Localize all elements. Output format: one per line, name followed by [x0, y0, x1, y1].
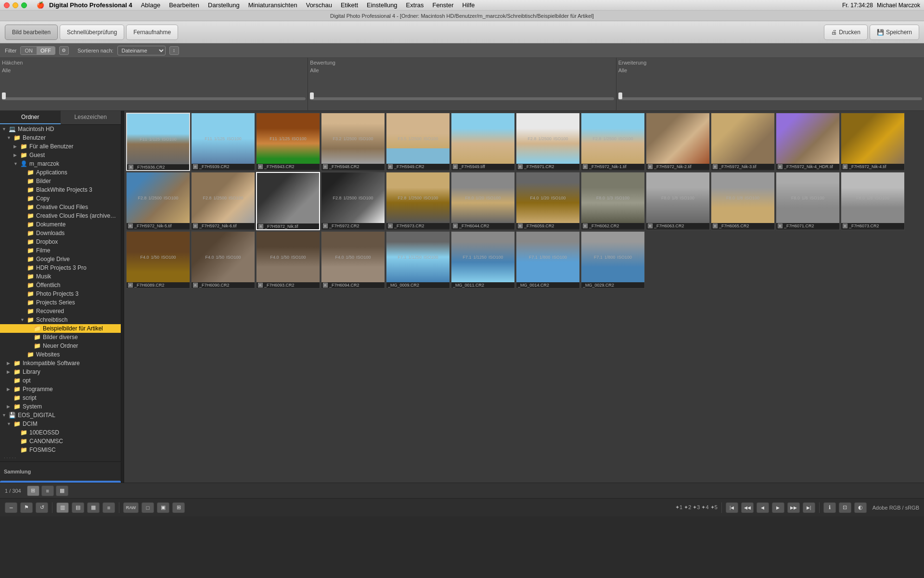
bild-bearbeiten-button[interactable]: Bild bearbeiten: [5, 25, 58, 40]
close-button[interactable]: [4, 2, 10, 8]
photo-thumbnail[interactable]: F7.11/1250ISO100_MG_0011.CR2: [451, 231, 515, 289]
view-btn-1[interactable]: □: [141, 502, 154, 513]
sidebar-item-photo-projects3[interactable]: 📁 Photo Projects 3: [0, 289, 121, 298]
sidebar-item-m-marczok[interactable]: ▼ 👤 m_marczok: [0, 159, 121, 168]
fernaufnahme-button[interactable]: Fernaufnahme: [126, 25, 178, 40]
photo-thumbnail[interactable]: F4.01/50ISO100R_F7H6094.CR2: [321, 231, 385, 289]
photo-thumbnail[interactable]: F8.01/8ISO100R_F7H6065.CR2: [711, 172, 775, 230]
sidebar-item-websites[interactable]: 📁 Websites: [0, 350, 121, 359]
grid-large-button[interactable]: ▦: [87, 502, 100, 513]
apple-menu[interactable]: 🍎: [33, 0, 48, 10]
photo-thumbnail[interactable]: F8.01/20ISO100R_F7H6044.CR2: [451, 172, 515, 230]
color-button[interactable]: ◐: [854, 502, 867, 513]
photo-thumbnail[interactable]: F2.81/2500ISO100R_F7H5971.CR2: [516, 113, 580, 171]
grid-small-button[interactable]: ▥: [56, 502, 69, 513]
nav-next-button[interactable]: ▶: [772, 502, 784, 513]
photo-thumbnail[interactable]: F111/125ISO100R_F7H5943.CR2: [256, 113, 320, 171]
menu-einstellung[interactable]: Einstellung: [363, 0, 401, 10]
sidebar-item-projects-series[interactable]: 📁 Projects Series: [0, 298, 121, 307]
photo-thumbnail[interactable]: F4.01/20ISO100R_F7H6059.CR2: [516, 172, 580, 230]
list-view-button[interactable]: ≡: [41, 486, 54, 496]
flag-button[interactable]: ⚑: [20, 502, 33, 513]
photo-thumbnail[interactable]: R_F7H5949.tiff: [451, 113, 515, 171]
sidebar-item-bilder[interactable]: 📁 Bilder: [0, 177, 121, 185]
sidebar-item-100eossd[interactable]: 📁 100EOSSD: [0, 428, 121, 437]
bewertung-slider[interactable]: [310, 97, 614, 100]
sidebar-item-library[interactable]: ▶ 📁 Library: [0, 368, 121, 376]
sidebar-item-creative-cloud[interactable]: 📁 Creative Cloud Files: [0, 203, 121, 211]
info-button[interactable]: ℹ: [823, 502, 836, 513]
erweiterung-slider[interactable]: [618, 97, 922, 100]
nav-last-button[interactable]: ▶|: [803, 502, 815, 513]
schnellueberpruefung-button[interactable]: Schnellüberprüfung: [60, 25, 124, 40]
sidebar-item-dokumente[interactable]: 📁 Dokumente: [0, 220, 121, 229]
sidebar-item-dcim[interactable]: ▼ 📁 DCIM: [0, 420, 121, 428]
menu-etikett[interactable]: Etikett: [337, 0, 362, 10]
sidebar-item-beispielbilder[interactable]: 📁 Beispielbilder für Artikel: [0, 324, 121, 333]
photo-thumbnail[interactable]: F4.01/50ISO100R_F7H6089.CR2: [126, 231, 190, 289]
zoom-out-button[interactable]: −: [5, 502, 17, 513]
photo-thumbnail[interactable]: F8.01/8ISO100R_F7H6063.CR2: [646, 172, 710, 230]
menu-ablage[interactable]: Ablage: [137, 0, 164, 10]
photo-thumbnail[interactable]: F2.81/2500ISO100R_F7H5972_Nik-1.tif: [581, 113, 645, 171]
photo-thumbnail[interactable]: F2.81/2500ISO100R_F7H5972.CR2: [321, 172, 385, 230]
photo-thumbnail[interactable]: F4.01/50ISO100R_F7H6093.CR2: [256, 231, 320, 289]
filmstrip-view-button[interactable]: ▦: [56, 486, 68, 496]
photo-thumbnail[interactable]: F111/125ISO100R_F7H5939.CR2: [191, 113, 255, 171]
sidebar-item-alle-benutzer[interactable]: ▶ 📁 Für alle Benutzer: [0, 142, 121, 151]
sidebar-item-applications[interactable]: 📁 Applications: [0, 168, 121, 177]
sidebar-item-google-drive[interactable]: 📁 Google Drive: [0, 255, 121, 263]
photo-thumbnail[interactable]: F3.21/2500ISO100R_F7H5948.CR2: [321, 113, 385, 171]
photo-thumbnail[interactable]: R_F7H5972_Nik-2.tif: [646, 113, 710, 171]
sidebar-item-oeffentlich[interactable]: 📁 Öffentlich: [0, 281, 121, 289]
maximize-button[interactable]: [21, 2, 27, 8]
sidebar-item-musik[interactable]: 📁 Musik: [0, 272, 121, 281]
sidebar-item-downloads[interactable]: 📁 Downloads: [0, 229, 121, 237]
sort-select[interactable]: Dateiname Datum Bewertung: [117, 46, 166, 55]
menu-vorschau[interactable]: Vorschau: [302, 0, 336, 10]
photo-thumbnail[interactable]: F4.01/50ISO100R_F7H6090.CR2: [191, 231, 255, 289]
grid-view-button[interactable]: ⊞: [27, 486, 39, 496]
filter-settings-icon[interactable]: ⚙: [59, 46, 69, 55]
photo-thumbnail[interactable]: F7.11/800ISO100_MG_0014.CR2: [516, 231, 580, 289]
sidebar-item-dropbox[interactable]: 📁 Dropbox: [0, 237, 121, 246]
drucken-button[interactable]: 🖨 Drucken: [824, 25, 868, 40]
sidebar-item-guest[interactable]: ▶ 📁 Guest: [0, 151, 121, 159]
photo-thumbnail[interactable]: R_F7H5972_Nik-4.tif: [841, 113, 905, 171]
sidebar-item-script[interactable]: 📁 script: [0, 394, 121, 402]
photo-thumbnail[interactable]: F2.81/2500ISO100R_F7H5972_Nik-5.tif: [126, 172, 190, 230]
sidebar-item-neuer-ordner[interactable]: 📁 Neuer Ordner: [0, 342, 121, 350]
sidebar-item-macintosh-hd[interactable]: ▼ 💻 Macintosh HD: [0, 125, 121, 133]
nav-prev-fast-button[interactable]: ◀◀: [741, 502, 754, 513]
sidebar-item-programme[interactable]: ▶ 📁 Programme: [0, 385, 121, 394]
sidebar-item-canonmsc[interactable]: 📁 CANONMSC: [0, 437, 121, 446]
photo-thumbnail[interactable]: F3.51/2500ISO100R_F7H5949.CR2: [386, 113, 450, 171]
sidebar-item-filme[interactable]: 📁 Filme: [0, 246, 121, 255]
sidebar-item-creative-cloud-arch[interactable]: 📁 Creative Cloud Files (archived) 1: [0, 211, 121, 220]
list-view-btn[interactable]: ≡: [103, 502, 115, 513]
sidebar-item-copy[interactable]: 📁 Copy: [0, 194, 121, 203]
compare-button[interactable]: ⊡: [839, 502, 851, 513]
sidebar-item-inkompatible[interactable]: ▶ 📁 Inkompatible Software: [0, 359, 121, 368]
view-btn-3[interactable]: ⊞: [172, 502, 185, 513]
speichern-button[interactable]: 💾 Speichern: [870, 25, 919, 40]
nav-first-button[interactable]: |◀: [726, 502, 738, 513]
sidebar-item-opt[interactable]: 📁 opt: [0, 376, 121, 385]
menu-darstellung[interactable]: Darstellung: [204, 0, 244, 10]
sidebar-item-blackwhite[interactable]: 📁 BlackWhite Projects 3: [0, 185, 121, 194]
rotate-button[interactable]: ↺: [36, 502, 48, 513]
photo-thumbnail[interactable]: F111/125ISO100R_F7H5936.CR2: [126, 113, 190, 171]
sidebar-item-eos-digital[interactable]: ▼ 💾 EOS_DIGITAL: [0, 411, 121, 420]
nav-next-fast-button[interactable]: ▶▶: [787, 502, 800, 513]
sidebar-item-recovered[interactable]: 📁 Recovered: [0, 307, 121, 315]
sidebar-item-benutzer[interactable]: ▼ 📁 Benutzer: [0, 133, 121, 142]
photo-thumbnail[interactable]: F7.11/1250ISO100_MG_0009.CR2: [386, 231, 450, 289]
tab-ordner[interactable]: Ordner: [0, 111, 61, 124]
grid-medium-button[interactable]: ▤: [72, 502, 84, 513]
nav-prev-button[interactable]: ◀: [757, 502, 769, 513]
photo-thumbnail[interactable]: F8.01/3ISO100R_F7H6062.CR2: [581, 172, 645, 230]
photo-thumbnail[interactable]: F7.11/800ISO100_MG_0029.CR2: [581, 231, 645, 289]
menu-fenster[interactable]: Fenster: [428, 0, 457, 10]
photo-thumbnail[interactable]: F2.81/2500ISO100R_F7H5972_Nik-6.tif: [191, 172, 255, 230]
minimize-button[interactable]: [13, 2, 18, 8]
